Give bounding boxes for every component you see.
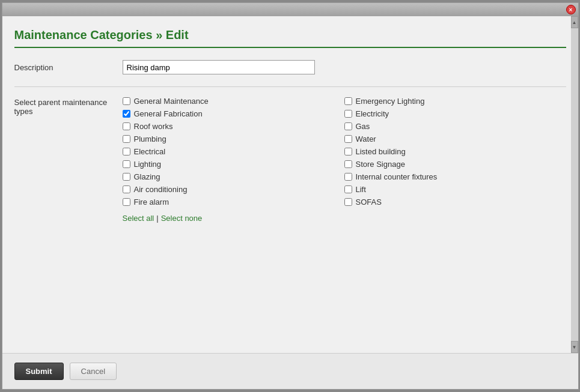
checkbox-label-glazing[interactable]: Glazing <box>134 172 160 181</box>
scroll-down-button[interactable]: ▼ <box>571 341 578 353</box>
description-input[interactable] <box>123 60 315 74</box>
list-item: General Maintenance <box>123 97 344 106</box>
select-none-link[interactable]: Select none <box>161 214 203 223</box>
divider <box>14 86 566 87</box>
submit-button[interactable]: Submit <box>14 363 64 380</box>
description-row: Description <box>14 60 566 74</box>
select-all-link[interactable]: Select all <box>123 214 154 223</box>
checkbox-label-internal-counter-fixtures[interactable]: Internal counter fixtures <box>356 172 438 181</box>
checkbox-electrical[interactable] <box>123 148 130 155</box>
checkbox-store-signage[interactable] <box>344 160 352 168</box>
checkbox-label-electrical[interactable]: Electrical <box>134 147 166 156</box>
close-button[interactable]: × <box>566 5 576 14</box>
titlebar: × <box>2 3 578 16</box>
scroll-area: Maintenance Categories » Edit Descriptio… <box>2 16 578 353</box>
cancel-button[interactable]: Cancel <box>70 363 117 380</box>
checkbox-sofas[interactable] <box>344 198 352 206</box>
list-item: Glazing <box>123 172 344 181</box>
list-item: SOFAS <box>344 198 566 207</box>
checkbox-label-lighting[interactable]: Lighting <box>134 160 162 169</box>
checkbox-general-maintenance[interactable] <box>123 97 130 105</box>
checkbox-electricity[interactable] <box>344 110 352 118</box>
checkbox-roof-works[interactable] <box>123 122 130 130</box>
select-links-row: Select all | Select none <box>14 214 566 223</box>
checkbox-lift[interactable] <box>344 185 352 193</box>
list-item: Water <box>344 134 566 143</box>
select-parent-row: Select parent maintenance types General … <box>14 97 566 207</box>
list-item: Air conditioning <box>123 185 344 194</box>
select-separator: | <box>156 214 158 223</box>
checkbox-label-fire-alarm[interactable]: Fire alarm <box>134 198 169 207</box>
checkbox-label-air-conditioning[interactable]: Air conditioning <box>134 185 188 194</box>
checkbox-label-gas[interactable]: Gas <box>356 122 370 131</box>
scroll-up-button[interactable]: ▲ <box>571 16 578 28</box>
checkbox-label-sofas[interactable]: SOFAS <box>356 198 382 207</box>
checkbox-water[interactable] <box>344 135 352 143</box>
checkbox-label-electricity[interactable]: Electricity <box>356 109 389 118</box>
checkbox-glazing[interactable] <box>123 173 130 181</box>
footer: Submit Cancel <box>2 353 578 389</box>
checkbox-internal-counter-fixtures[interactable] <box>344 173 352 181</box>
list-item: Gas <box>344 122 566 131</box>
checkbox-air-conditioning[interactable] <box>123 185 130 193</box>
scroll-down-icon: ▼ <box>572 345 577 350</box>
checkbox-label-general-maintenance[interactable]: General Maintenance <box>134 97 209 106</box>
scroll-up-icon: ▲ <box>572 20 577 25</box>
list-item: Fire alarm <box>123 198 344 207</box>
left-checkbox-column: General Maintenance General Fabrication … <box>123 97 344 207</box>
list-item: Plumbing <box>123 134 344 143</box>
checkbox-listed-building[interactable] <box>344 148 352 155</box>
checkbox-plumbing[interactable] <box>123 135 130 143</box>
list-item: Store Signage <box>344 160 566 169</box>
checkbox-label-emergency-lighting[interactable]: Emergency Lighting <box>356 97 425 106</box>
list-item: Electrical <box>123 147 344 156</box>
list-item: General Fabrication <box>123 109 344 118</box>
checkbox-lighting[interactable] <box>123 160 130 168</box>
checkbox-label-lift[interactable]: Lift <box>356 185 366 194</box>
checkbox-fire-alarm[interactable] <box>123 198 130 206</box>
checkbox-label-plumbing[interactable]: Plumbing <box>134 134 166 143</box>
checkbox-label-water[interactable]: Water <box>356 134 376 143</box>
description-label: Description <box>14 63 123 72</box>
list-item: Lighting <box>123 160 344 169</box>
list-item: Emergency Lighting <box>344 97 566 106</box>
checkbox-label-store-signage[interactable]: Store Signage <box>356 160 405 169</box>
checkboxes-area: General Maintenance General Fabrication … <box>123 97 566 207</box>
list-item: Roof works <box>123 122 344 131</box>
checkbox-general-fabrication[interactable] <box>123 110 130 118</box>
list-item: Listed building <box>344 147 566 156</box>
right-checkbox-column: Emergency Lighting Electricity Gas <box>344 97 566 207</box>
page-title: Maintenance Categories » Edit <box>14 28 566 48</box>
checkbox-label-general-fabrication[interactable]: General Fabrication <box>134 109 203 118</box>
checkbox-label-listed-building[interactable]: Listed building <box>356 147 406 156</box>
checkbox-emergency-lighting[interactable] <box>344 97 352 105</box>
select-parent-label: Select parent maintenance types <box>14 97 123 116</box>
checkbox-gas[interactable] <box>344 122 352 130</box>
list-item: Electricity <box>344 109 566 118</box>
list-item: Internal counter fixtures <box>344 172 566 181</box>
scrollbar[interactable]: ▲ ▼ <box>571 16 578 353</box>
dialog: × Maintenance Categories » Edit Descript… <box>2 2 579 390</box>
checkbox-label-roof-works[interactable]: Roof works <box>134 122 173 131</box>
dialog-content: Maintenance Categories » Edit Descriptio… <box>2 16 578 389</box>
list-item: Lift <box>344 185 566 194</box>
